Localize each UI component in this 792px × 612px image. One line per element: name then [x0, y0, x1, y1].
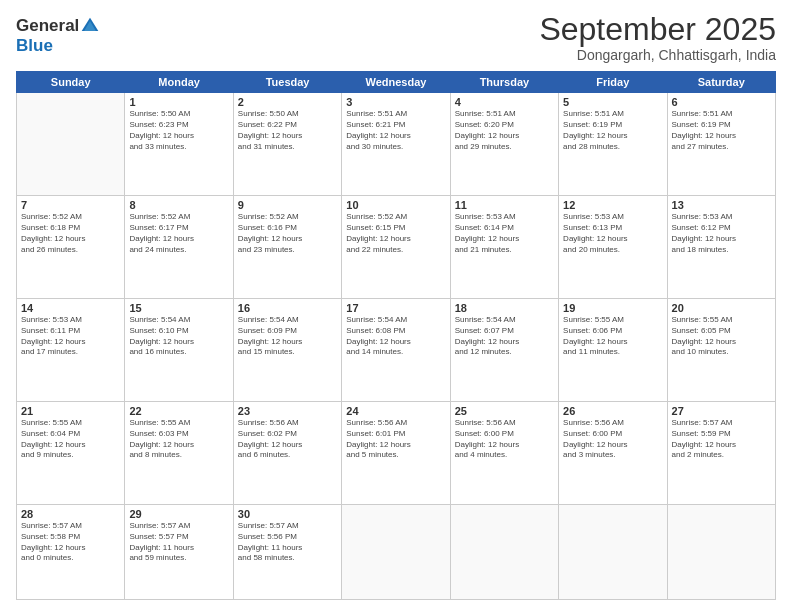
- calendar-page: General Blue September 2025 Dongargarh, …: [0, 0, 792, 612]
- day-info: Sunrise: 5:56 AM Sunset: 6:02 PM Dayligh…: [238, 418, 337, 461]
- day-number: 23: [238, 405, 337, 417]
- day-info: Sunrise: 5:55 AM Sunset: 6:04 PM Dayligh…: [21, 418, 120, 461]
- day-info: Sunrise: 5:55 AM Sunset: 6:05 PM Dayligh…: [672, 315, 771, 358]
- day-info: Sunrise: 5:53 AM Sunset: 6:12 PM Dayligh…: [672, 212, 771, 255]
- day-number: 25: [455, 405, 554, 417]
- day-info: Sunrise: 5:54 AM Sunset: 6:08 PM Dayligh…: [346, 315, 445, 358]
- day-info: Sunrise: 5:51 AM Sunset: 6:19 PM Dayligh…: [672, 109, 771, 152]
- calendar-cell: 9Sunrise: 5:52 AM Sunset: 6:16 PM Daylig…: [233, 196, 341, 299]
- calendar-cell: 13Sunrise: 5:53 AM Sunset: 6:12 PM Dayli…: [667, 196, 775, 299]
- header: General Blue September 2025 Dongargarh, …: [16, 12, 776, 63]
- day-info: Sunrise: 5:50 AM Sunset: 6:23 PM Dayligh…: [129, 109, 228, 152]
- calendar-cell: 4Sunrise: 5:51 AM Sunset: 6:20 PM Daylig…: [450, 93, 558, 196]
- calendar-cell: 30Sunrise: 5:57 AM Sunset: 5:56 PM Dayli…: [233, 504, 341, 599]
- day-info: Sunrise: 5:51 AM Sunset: 6:20 PM Dayligh…: [455, 109, 554, 152]
- day-info: Sunrise: 5:54 AM Sunset: 6:09 PM Dayligh…: [238, 315, 337, 358]
- day-number: 4: [455, 96, 554, 108]
- logo-general-text: General: [16, 16, 79, 36]
- weekday-header-tuesday: Tuesday: [233, 72, 341, 93]
- week-row-3: 14Sunrise: 5:53 AM Sunset: 6:11 PM Dayli…: [17, 299, 776, 402]
- day-info: Sunrise: 5:52 AM Sunset: 6:18 PM Dayligh…: [21, 212, 120, 255]
- calendar-cell: [667, 504, 775, 599]
- calendar-cell: 10Sunrise: 5:52 AM Sunset: 6:15 PM Dayli…: [342, 196, 450, 299]
- weekday-header-row: SundayMondayTuesdayWednesdayThursdayFrid…: [17, 72, 776, 93]
- day-number: 3: [346, 96, 445, 108]
- day-info: Sunrise: 5:55 AM Sunset: 6:06 PM Dayligh…: [563, 315, 662, 358]
- day-number: 19: [563, 302, 662, 314]
- day-info: Sunrise: 5:55 AM Sunset: 6:03 PM Dayligh…: [129, 418, 228, 461]
- day-info: Sunrise: 5:53 AM Sunset: 6:14 PM Dayligh…: [455, 212, 554, 255]
- calendar-cell: [342, 504, 450, 599]
- day-number: 30: [238, 508, 337, 520]
- day-number: 28: [21, 508, 120, 520]
- week-row-5: 28Sunrise: 5:57 AM Sunset: 5:58 PM Dayli…: [17, 504, 776, 599]
- weekday-header-friday: Friday: [559, 72, 667, 93]
- day-number: 8: [129, 199, 228, 211]
- day-number: 7: [21, 199, 120, 211]
- calendar-cell: 23Sunrise: 5:56 AM Sunset: 6:02 PM Dayli…: [233, 402, 341, 505]
- day-number: 5: [563, 96, 662, 108]
- calendar-cell: 18Sunrise: 5:54 AM Sunset: 6:07 PM Dayli…: [450, 299, 558, 402]
- calendar-cell: 28Sunrise: 5:57 AM Sunset: 5:58 PM Dayli…: [17, 504, 125, 599]
- day-number: 9: [238, 199, 337, 211]
- day-info: Sunrise: 5:57 AM Sunset: 5:59 PM Dayligh…: [672, 418, 771, 461]
- calendar-cell: 1Sunrise: 5:50 AM Sunset: 6:23 PM Daylig…: [125, 93, 233, 196]
- day-number: 1: [129, 96, 228, 108]
- calendar-cell: 22Sunrise: 5:55 AM Sunset: 6:03 PM Dayli…: [125, 402, 233, 505]
- day-info: Sunrise: 5:56 AM Sunset: 6:01 PM Dayligh…: [346, 418, 445, 461]
- logo: General Blue: [16, 12, 100, 56]
- day-number: 27: [672, 405, 771, 417]
- calendar-cell: 20Sunrise: 5:55 AM Sunset: 6:05 PM Dayli…: [667, 299, 775, 402]
- week-row-2: 7Sunrise: 5:52 AM Sunset: 6:18 PM Daylig…: [17, 196, 776, 299]
- calendar-cell: 8Sunrise: 5:52 AM Sunset: 6:17 PM Daylig…: [125, 196, 233, 299]
- calendar-table: SundayMondayTuesdayWednesdayThursdayFrid…: [16, 71, 776, 600]
- calendar-cell: [559, 504, 667, 599]
- title-block: September 2025 Dongargarh, Chhattisgarh,…: [539, 12, 776, 63]
- calendar-cell: 24Sunrise: 5:56 AM Sunset: 6:01 PM Dayli…: [342, 402, 450, 505]
- week-row-4: 21Sunrise: 5:55 AM Sunset: 6:04 PM Dayli…: [17, 402, 776, 505]
- location: Dongargarh, Chhattisgarh, India: [539, 47, 776, 63]
- calendar-cell: 11Sunrise: 5:53 AM Sunset: 6:14 PM Dayli…: [450, 196, 558, 299]
- day-number: 17: [346, 302, 445, 314]
- day-number: 14: [21, 302, 120, 314]
- calendar-cell: 15Sunrise: 5:54 AM Sunset: 6:10 PM Dayli…: [125, 299, 233, 402]
- day-number: 24: [346, 405, 445, 417]
- day-number: 21: [21, 405, 120, 417]
- calendar-cell: [17, 93, 125, 196]
- calendar-cell: 5Sunrise: 5:51 AM Sunset: 6:19 PM Daylig…: [559, 93, 667, 196]
- day-info: Sunrise: 5:51 AM Sunset: 6:21 PM Dayligh…: [346, 109, 445, 152]
- calendar-cell: 21Sunrise: 5:55 AM Sunset: 6:04 PM Dayli…: [17, 402, 125, 505]
- day-info: Sunrise: 5:54 AM Sunset: 6:10 PM Dayligh…: [129, 315, 228, 358]
- day-number: 12: [563, 199, 662, 211]
- weekday-header-wednesday: Wednesday: [342, 72, 450, 93]
- weekday-header-sunday: Sunday: [17, 72, 125, 93]
- day-number: 10: [346, 199, 445, 211]
- day-number: 2: [238, 96, 337, 108]
- day-info: Sunrise: 5:56 AM Sunset: 6:00 PM Dayligh…: [563, 418, 662, 461]
- calendar-cell: 16Sunrise: 5:54 AM Sunset: 6:09 PM Dayli…: [233, 299, 341, 402]
- calendar-cell: 7Sunrise: 5:52 AM Sunset: 6:18 PM Daylig…: [17, 196, 125, 299]
- calendar-cell: 25Sunrise: 5:56 AM Sunset: 6:00 PM Dayli…: [450, 402, 558, 505]
- day-info: Sunrise: 5:52 AM Sunset: 6:16 PM Dayligh…: [238, 212, 337, 255]
- day-info: Sunrise: 5:57 AM Sunset: 5:58 PM Dayligh…: [21, 521, 120, 564]
- weekday-header-thursday: Thursday: [450, 72, 558, 93]
- calendar-cell: 12Sunrise: 5:53 AM Sunset: 6:13 PM Dayli…: [559, 196, 667, 299]
- calendar-cell: [450, 504, 558, 599]
- day-info: Sunrise: 5:57 AM Sunset: 5:57 PM Dayligh…: [129, 521, 228, 564]
- day-info: Sunrise: 5:56 AM Sunset: 6:00 PM Dayligh…: [455, 418, 554, 461]
- day-number: 26: [563, 405, 662, 417]
- calendar-cell: 2Sunrise: 5:50 AM Sunset: 6:22 PM Daylig…: [233, 93, 341, 196]
- day-info: Sunrise: 5:52 AM Sunset: 6:17 PM Dayligh…: [129, 212, 228, 255]
- day-number: 16: [238, 302, 337, 314]
- calendar-cell: 6Sunrise: 5:51 AM Sunset: 6:19 PM Daylig…: [667, 93, 775, 196]
- day-info: Sunrise: 5:50 AM Sunset: 6:22 PM Dayligh…: [238, 109, 337, 152]
- day-info: Sunrise: 5:51 AM Sunset: 6:19 PM Dayligh…: [563, 109, 662, 152]
- calendar-cell: 27Sunrise: 5:57 AM Sunset: 5:59 PM Dayli…: [667, 402, 775, 505]
- calendar-cell: 19Sunrise: 5:55 AM Sunset: 6:06 PM Dayli…: [559, 299, 667, 402]
- day-number: 13: [672, 199, 771, 211]
- calendar-cell: 3Sunrise: 5:51 AM Sunset: 6:21 PM Daylig…: [342, 93, 450, 196]
- month-title: September 2025: [539, 12, 776, 47]
- weekday-header-saturday: Saturday: [667, 72, 775, 93]
- calendar-cell: 26Sunrise: 5:56 AM Sunset: 6:00 PM Dayli…: [559, 402, 667, 505]
- day-number: 29: [129, 508, 228, 520]
